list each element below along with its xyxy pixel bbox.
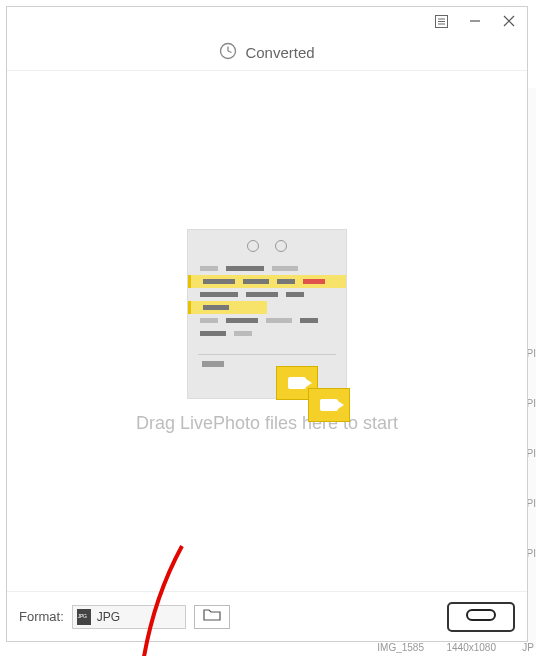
titlebar <box>7 7 527 35</box>
bg-dimensions: 1440x1080 <box>447 642 497 653</box>
format-label: Format: <box>19 609 64 624</box>
format-select[interactable]: JPG <box>72 605 186 629</box>
convert-button[interactable] <box>447 602 515 632</box>
bg-filename: IMG_1585 <box>377 642 424 653</box>
tab-row: Converted <box>7 35 527 71</box>
content-area: Drag LivePhoto files here to start <box>7 71 527 591</box>
browse-folder-button[interactable] <box>194 605 230 629</box>
svg-line-9 <box>228 51 232 53</box>
folder-icon <box>203 608 221 625</box>
list-view-button[interactable] <box>429 10 453 32</box>
tab-converted[interactable]: Converted <box>219 42 314 63</box>
livephoto-card-icon <box>308 388 350 422</box>
clock-icon <box>219 42 237 63</box>
convert-icon <box>466 607 496 626</box>
app-window: Converted Dr <box>6 6 528 642</box>
dropzone-illustration <box>187 229 347 399</box>
minimize-button[interactable] <box>463 10 487 32</box>
close-button[interactable] <box>497 10 521 32</box>
footer: Format: JPG <box>7 591 527 641</box>
format-select-value: JPG <box>97 610 120 624</box>
bg-type: JP <box>522 642 534 653</box>
dropzone-hint: Drag LivePhoto files here to start <box>136 413 398 434</box>
svg-rect-10 <box>467 610 495 620</box>
tab-converted-label: Converted <box>245 44 314 61</box>
dropzone[interactable]: Drag LivePhoto files here to start <box>136 229 398 434</box>
format-file-icon <box>77 609 91 625</box>
